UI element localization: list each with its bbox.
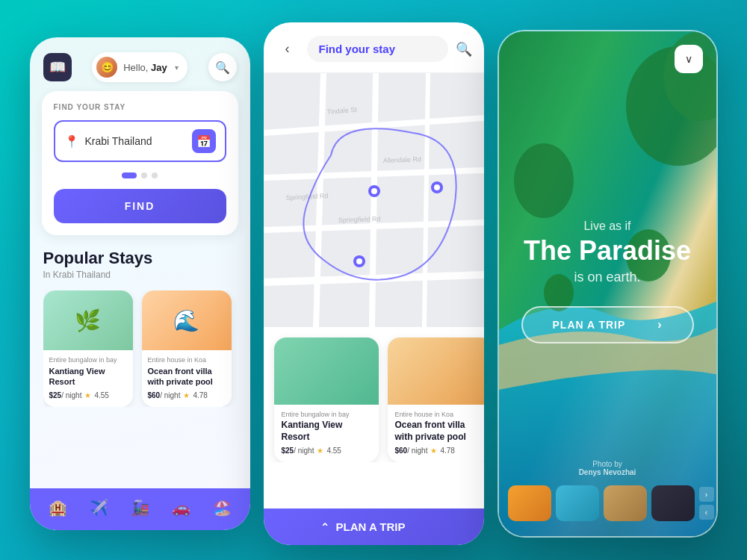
find-stay-card: FIND YOUR STAY 📍 Krabi Thailand 📅 FIND [42,91,238,235]
stay-type-1: Entire bungalow in bay [49,356,127,364]
phone3-hero: Live as if The Paradise is on earth. PLA… [499,118,716,445]
property-cards: Entire bungalow in bay Kantiang View Res… [264,327,484,462]
popular-stays-title: Popular Stays [43,249,237,268]
star-icon-1: ★ [84,391,91,399]
stay-name-1: Kantiang View Resort [49,366,127,388]
prop-star-2: ★ [430,447,437,455]
is-on-earth-text: is on earth. [574,270,640,285]
popular-stays-subtitle: In Krabi Thailand [43,270,237,280]
search-field[interactable]: Find your stay [307,36,448,62]
prop-type-2: Entire house in Koa [395,411,484,418]
thumb-next-button[interactable]: › [699,487,714,502]
nav-train-icon[interactable]: 🚂 [131,499,149,517]
prop-name-2: Ocean front villa with private pool [395,420,484,443]
nav-flight-icon[interactable]: ✈️ [90,499,108,517]
prop-image-2 [388,337,484,405]
stay-rating-2: 4.78 [193,391,207,399]
stay-image-1: 🌿 [43,290,133,350]
prop-card-1[interactable]: Entire bungalow in bay Kantiang View Res… [274,337,379,462]
prop-rating-1: 4.55 [326,447,341,455]
thumbnail-4[interactable] [651,485,695,521]
nav-hotel-icon[interactable]: 🏨 [49,499,67,517]
stay-image-2: 🌊 [142,290,232,350]
phones-container: 📖 😊 Hello, Jay ▾ 🔍 FIND YOUR STAY 📍 Krab… [0,0,747,560]
find-button[interactable]: FIND [54,189,226,223]
thumb-nav: › ‹ [699,487,714,520]
bottom-nav: 🏨 ✈️ 🚂 🚗 🏖️ [30,488,250,530]
hello-greeting: Hello, Jay [123,62,167,73]
dot-3 [152,172,158,178]
phone3-content: ∨ Live as if The Paradise is on earth. P… [499,31,716,536]
prop-name-1: Kantiang View Resort [282,420,371,443]
svg-text:Allendale Rd: Allendale Rd [382,155,421,164]
phone2-header: ‹ Find your stay 🔍 [264,22,484,73]
thumbnail-1[interactable] [508,485,551,521]
phone1: 📖 😊 Hello, Jay ▾ 🔍 FIND YOUR STAY 📍 Krab… [30,37,250,530]
phone2: ‹ Find your stay 🔍 Tindale St Allendale [264,22,484,545]
calendar-icon[interactable]: 📅 [192,129,216,153]
dot-2 [141,172,147,178]
stays-row: 🌿 Entire bungalow in bay Kantiang View R… [43,290,237,407]
pin-icon: 📍 [64,134,79,149]
stay-type-2: Entire house in Koa [148,356,226,364]
hello-pill[interactable]: 😊 Hello, Jay ▾ [92,52,187,82]
prop-price-1: $25/ night [282,447,314,455]
phone3-top: ∨ [499,31,716,73]
plan-trip-button[interactable]: PLAN A TRIP › [521,306,694,343]
prop-rating-2: 4.78 [440,447,454,455]
plan-trip-label: PLAN A TRIP [553,319,626,331]
thumb-prev-button[interactable]: ‹ [699,505,714,520]
svg-point-13 [371,188,377,194]
prop-image-1 [274,337,379,405]
stay-rating-1: 4.55 [94,391,108,399]
svg-point-15 [434,184,440,190]
nav-beach-icon[interactable]: 🏖️ [213,499,232,517]
find-stay-label: FIND YOUR STAY [54,103,226,111]
location-value: Krabi Thailand [85,135,152,147]
stay-name-2: Ocean front villa with private pool [148,366,226,388]
map-svg: Tindale St Allendale Rd Springfield Rd S… [264,73,484,327]
dot-1 [122,172,137,178]
photo-credit: Photo by Denys Nevozhai [499,445,716,485]
plan-chevron-up: ⌃ [320,521,329,533]
stay-price-1: $25/ night [49,391,82,399]
arrow-right-icon: › [657,318,662,332]
book-icon: 📖 [43,53,72,81]
nav-car-icon[interactable]: 🚗 [172,499,190,517]
pagination-dots [54,172,226,178]
stay-price-2: $60/ night [148,391,181,399]
thumbnail-3[interactable] [604,485,647,521]
prop-card-2[interactable]: Entire house in Koa Ocean front villa wi… [388,337,484,462]
map-area: Tindale St Allendale Rd Springfield Rd S… [264,73,484,327]
svg-line-6 [372,73,376,327]
star-icon-2: ★ [183,391,190,399]
svg-text:Springfield Rd: Springfield Rd [338,215,380,224]
search-button[interactable]: 🔍 [208,53,237,81]
stay-card-1[interactable]: 🌿 Entire bungalow in bay Kantiang View R… [43,290,133,407]
thumbnail-strip: › ‹ [499,485,716,536]
prop-star-1: ★ [317,447,323,455]
prop-price-2: $60/ night [395,447,428,455]
back-button[interactable]: ‹ [276,37,300,61]
plan-bar-label: PLAN A TRIP [335,520,405,533]
live-as-text: Live as if [583,220,630,233]
chevron-down-icon: ▾ [175,63,179,72]
phone3: ∨ Live as if The Paradise is on earth. P… [498,30,718,538]
paradise-title: The Paradise [524,236,691,266]
phone1-header: 📖 😊 Hello, Jay ▾ 🔍 [30,37,250,91]
svg-point-17 [356,258,362,264]
search-icon-button[interactable]: 🔍 [456,41,472,57]
popular-section: Popular Stays In Krabi Thailand 🌿 Entire… [30,235,250,416]
thumbnail-2[interactable] [556,485,599,521]
dropdown-button[interactable]: ∨ [675,45,703,73]
stay-card-2[interactable]: 🌊 Entire house in Koa Ocean front villa … [142,290,232,407]
location-input-row[interactable]: 📍 Krabi Thailand 📅 [54,120,226,162]
avatar: 😊 [96,57,117,78]
plan-trip-bar[interactable]: ⌃ PLAN A TRIP [264,508,484,545]
prop-type-1: Entire bungalow in bay [282,411,371,418]
